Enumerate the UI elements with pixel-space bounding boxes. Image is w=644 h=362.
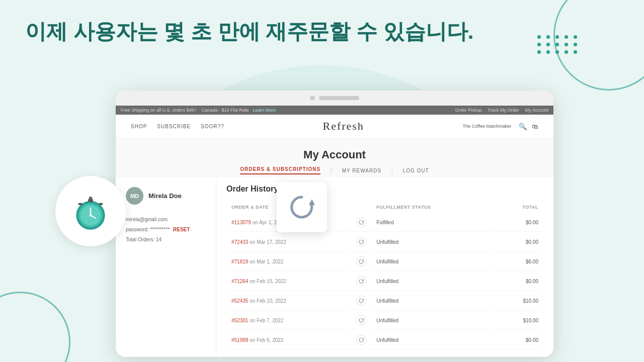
table-row: #71819 on Mar 1, 2022 Unfulfilled $6.00 (227, 252, 542, 271)
reorder-button[interactable] (356, 296, 366, 306)
cart-icon[interactable]: 🛍 (532, 123, 538, 130)
order-link[interactable]: #52301 (231, 318, 248, 323)
nav-tagline: The Coffee Matchmaker (463, 124, 511, 129)
svg-point-9 (90, 214, 92, 217)
order-history-title: Order History (226, 185, 543, 194)
order-panel: Order History ORDER & DATE FULFILLMENT (216, 177, 553, 357)
user-name: Mirela Doe (148, 192, 182, 200)
decorative-circle-bottom-left (0, 292, 70, 362)
tab-my-rewards[interactable]: MY REWARDS (342, 168, 381, 173)
reorder-button[interactable] (356, 315, 366, 325)
user-password-row: password: ********** RESET (126, 225, 206, 235)
tablet-top-bar (116, 90, 553, 106)
order-id-date: #52435 on Feb 10, 2022 (227, 292, 350, 310)
nav-bar: SHOP SUBSCRIBE SOOR?? Refresh The Coffee… (116, 115, 553, 138)
search-icon[interactable]: 🔍 (519, 123, 527, 130)
order-id-date: #71264 on Feb 15, 2022 (227, 272, 350, 291)
order-total: $0.00 (496, 213, 542, 232)
nav-shop[interactable]: SHOP (131, 124, 147, 129)
refresh-large-icon (287, 192, 317, 222)
order-link[interactable]: #71264 (231, 279, 248, 284)
col-reorder (351, 202, 371, 212)
svg-rect-6 (99, 203, 103, 205)
reorder-button[interactable] (356, 237, 366, 247)
reorder-button[interactable] (356, 276, 366, 286)
dots-decoration (537, 35, 579, 54)
reset-password-link[interactable]: RESET (173, 227, 190, 232)
nav-logo[interactable]: Refresh (323, 120, 364, 133)
order-id-date: #52301 on Feb 7, 2022 (227, 311, 350, 330)
page-tabs: ORDERS & SUBSCRIPTIONS | MY REWARDS | LO… (116, 166, 553, 174)
nav-right: The Coffee Matchmaker 🔍 🛍 (463, 123, 538, 130)
fulfillment-status: Unfulfilled (372, 272, 495, 291)
table-row: #51999 on Feb 6, 2022 Unfulfilled $0.00 (227, 331, 542, 349)
order-id-date: #72433 on Mar 17, 2022 (227, 233, 350, 251)
reorder-button[interactable] (356, 335, 366, 345)
order-link[interactable]: #51999 (231, 337, 248, 343)
order-link[interactable]: #72433 (231, 239, 248, 245)
table-row: #113079 on Apr 1, 2022 Fulfilled $0.00 (227, 213, 542, 232)
tab-divider: | (331, 168, 332, 173)
order-pickup-link[interactable]: Order Pickup (455, 108, 482, 113)
website-content: Free Shipping on all U.S. orders $45+ Ca… (116, 106, 553, 357)
tablet-pill (319, 96, 359, 100)
nav-icons: 🔍 🛍 (519, 123, 538, 130)
order-date: on Feb 6, 2022 (250, 337, 283, 343)
order-id-date: #51999 on Feb 6, 2022 (227, 331, 350, 349)
order-date: on Mar 17, 2022 (250, 239, 286, 245)
announcement-left: Free Shipping on all U.S. orders $45+ Ca… (121, 108, 276, 113)
nav-subscribe[interactable]: SUBSCRIBE (157, 124, 191, 129)
order-link[interactable]: #71819 (231, 259, 248, 264)
order-id-date: #71819 on Mar 1, 2022 (227, 252, 350, 271)
nav-left: SHOP SUBSCRIBE SOOR?? (131, 124, 224, 129)
svg-rect-3 (88, 199, 93, 202)
announcement-right-links: Order Pickup Track My Order My Account (455, 108, 548, 113)
avatar-row: MD Mirela Doe (126, 187, 206, 205)
tablet-camera (310, 96, 315, 101)
order-table: ORDER & DATE FULFILLMENT STATUS TOTAL #1… (226, 201, 543, 350)
reorder-button[interactable] (356, 217, 366, 227)
table-row: #71264 on Feb 15, 2022 Unfulfilled $0.00 (227, 272, 542, 291)
refresh-overlay-card (277, 182, 327, 232)
table-row: #52435 on Feb 10, 2022 Unfulfilled $10.0… (227, 292, 542, 310)
tab-orders-subscriptions[interactable]: ORDERS & SUBSCRIPTIONS (240, 166, 320, 174)
reorder-button[interactable] (356, 256, 366, 266)
order-total: $10.00 (496, 292, 542, 310)
track-order-link[interactable]: Track My Order (488, 108, 519, 113)
profile-info: mirela@gmail.com password: ********** RE… (126, 215, 206, 245)
tab-log-out[interactable]: LOG OUT (403, 168, 429, 173)
order-link[interactable]: #52435 (231, 298, 248, 304)
my-account-link[interactable]: My Account (525, 108, 548, 113)
tablet-frame: Free Shipping on all U.S. orders $45+ Ca… (116, 90, 553, 357)
user-email: mirela@gmail.com (126, 215, 206, 225)
col-total: TOTAL (496, 202, 542, 212)
order-table-body: #113079 on Apr 1, 2022 Fulfilled $0.00 #… (227, 213, 542, 349)
fulfillment-status: Unfulfilled (372, 331, 495, 349)
tab-divider-2: | (391, 168, 393, 173)
fulfillment-status: Unfulfilled (372, 292, 495, 310)
content-area: MD Mirela Doe mirela@gmail.com password:… (116, 177, 553, 357)
page-heading: 이제 사용자는 몇 초 만에 재주문할 수 있습니다. (25, 18, 473, 46)
svg-rect-4 (89, 197, 93, 199)
order-link[interactable]: #113079 (231, 220, 251, 225)
nav-soor[interactable]: SOOR?? (201, 124, 224, 129)
order-total: $6.00 (496, 252, 542, 271)
table-row: #72433 on Mar 17, 2022 Unfulfilled $0.00 (227, 233, 542, 251)
order-date: on Feb 15, 2022 (250, 279, 286, 284)
svg-rect-5 (78, 203, 82, 205)
order-date: on Mar 1, 2022 (250, 259, 283, 264)
announcement-bar: Free Shipping on all U.S. orders $45+ Ca… (116, 106, 553, 115)
order-date: on Feb 10, 2022 (250, 298, 286, 304)
col-fulfillment: FULFILLMENT STATUS (372, 202, 495, 212)
learn-more-link[interactable]: Learn More (253, 108, 276, 113)
avatar: MD (126, 187, 143, 205)
page-title: My Account (116, 148, 553, 161)
order-total: $10.00 (496, 311, 542, 330)
order-table-header: ORDER & DATE FULFILLMENT STATUS TOTAL (227, 202, 542, 212)
fulfillment-status: Unfulfilled (372, 311, 495, 330)
table-row: #52301 on Feb 7, 2022 Unfulfilled $10.00 (227, 311, 542, 330)
fulfillment-status: Unfulfilled (372, 233, 495, 251)
fulfillment-status: Unfulfilled (372, 252, 495, 271)
profile-panel: MD Mirela Doe mirela@gmail.com password:… (116, 177, 216, 357)
fulfillment-status: Fulfilled (372, 213, 495, 232)
